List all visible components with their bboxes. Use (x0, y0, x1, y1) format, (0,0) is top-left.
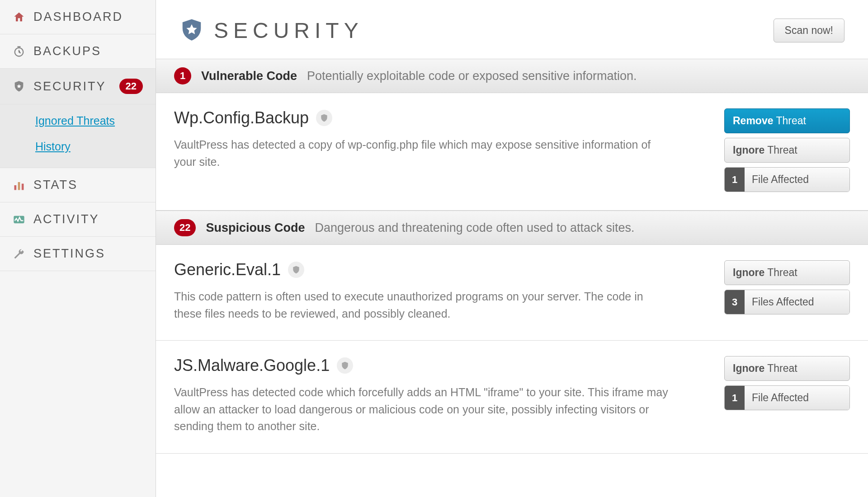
home-icon (13, 11, 25, 23)
page-header: SECURITY Scan now! (156, 0, 868, 59)
threat-item: Wp.Config.Backup VaultPress has detected… (156, 93, 868, 211)
sidebar-label: STATS (33, 178, 78, 192)
section-count: 22 (174, 219, 196, 236)
files-label: File Affected (745, 386, 849, 410)
sidebar: DASHBOARD BACKUPS SECURITY 22 Ignored Th… (0, 0, 156, 497)
section-count: 1 (174, 67, 191, 84)
clock-icon (13, 45, 25, 58)
svg-rect-3 (22, 183, 24, 190)
ignore-threat-button[interactable]: Ignore Threat (724, 260, 850, 285)
section-suspicious-code: 22 Suspicious Code Dangerous and threate… (156, 211, 868, 245)
subnav-ignored-threats[interactable]: Ignored Threats (35, 108, 156, 134)
remove-threat-button[interactable]: Remove Threat (724, 108, 850, 133)
sidebar-label: SECURITY (33, 80, 106, 94)
sidebar-item-settings[interactable]: SETTINGS (0, 237, 156, 271)
section-title: Vulnerable Code (201, 69, 297, 83)
threat-name: Wp.Config.Backup (174, 108, 309, 127)
security-badge: 22 (119, 79, 143, 94)
sidebar-item-activity[interactable]: ACTIVITY (0, 202, 156, 237)
section-vulnerable-code: 1 Vulnerable Code Potentially exploitabl… (156, 59, 868, 93)
shield-chip-icon[interactable] (316, 110, 332, 126)
threat-item: Generic.Eval.1 This code pattern is ofte… (156, 245, 868, 341)
threat-name: Generic.Eval.1 (174, 260, 281, 279)
files-count: 1 (725, 386, 745, 410)
sidebar-item-backups[interactable]: BACKUPS (0, 34, 156, 69)
shield-chip-icon[interactable] (337, 357, 353, 374)
sidebar-label: BACKUPS (33, 44, 101, 58)
svg-rect-1 (14, 185, 17, 190)
threat-desc: VaultPress has detected a copy of wp-con… (174, 136, 671, 170)
sidebar-label: ACTIVITY (33, 212, 99, 226)
ignore-threat-button[interactable]: Ignore Threat (724, 138, 850, 163)
security-subnav: Ignored Threats History (0, 104, 156, 168)
section-title: Suspicious Code (206, 221, 305, 235)
files-affected[interactable]: 1 File Affected (724, 167, 850, 192)
threat-desc: VaultPress has detected code which force… (174, 384, 671, 435)
bar-chart-icon (13, 179, 25, 192)
files-affected[interactable]: 3 Files Affected (724, 290, 850, 314)
sidebar-label: SETTINGS (33, 247, 105, 261)
page-title: SECURITY (214, 18, 363, 43)
main-content: SECURITY Scan now! 1 Vulnerable Code Pot… (156, 0, 868, 497)
files-count: 1 (725, 168, 745, 192)
svg-rect-2 (18, 182, 20, 190)
threat-desc: This code pattern is often used to execu… (174, 288, 671, 322)
ignore-threat-button[interactable]: Ignore Threat (724, 356, 850, 381)
scan-now-button[interactable]: Scan now! (774, 19, 844, 42)
sidebar-item-security[interactable]: SECURITY 22 (0, 69, 156, 104)
shield-icon (13, 80, 25, 93)
subnav-history[interactable]: History (35, 134, 156, 159)
threat-item: JS.Malware.Google.1 VaultPress has detec… (156, 341, 868, 454)
sidebar-label: DASHBOARD (33, 10, 123, 24)
files-label: Files Affected (745, 290, 849, 314)
section-desc: Potentially exploitable code or exposed … (307, 69, 637, 83)
files-count: 3 (725, 290, 745, 314)
sidebar-item-dashboard[interactable]: DASHBOARD (0, 0, 156, 34)
threat-name: JS.Malware.Google.1 (174, 356, 330, 375)
wrench-icon (13, 248, 25, 260)
shield-chip-icon[interactable] (288, 262, 304, 278)
files-affected[interactable]: 1 File Affected (724, 385, 850, 410)
shield-logo-icon (179, 17, 204, 43)
activity-icon (13, 213, 25, 226)
sidebar-item-stats[interactable]: STATS (0, 168, 156, 202)
section-desc: Dangerous and threatening code often use… (315, 221, 635, 235)
files-label: File Affected (745, 168, 849, 192)
